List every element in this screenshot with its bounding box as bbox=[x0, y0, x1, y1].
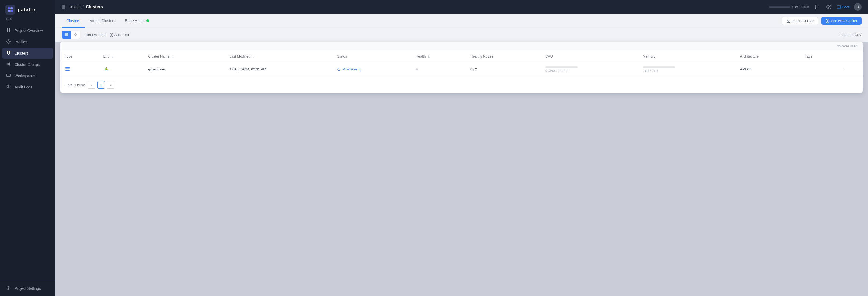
prev-page-button[interactable]: ‹ bbox=[88, 81, 95, 89]
sidebar-item-label: Project Settings bbox=[14, 286, 41, 291]
help-icon[interactable] bbox=[825, 3, 833, 11]
main-area: Default / Clusters 0.6/100kCh Docs U bbox=[55, 0, 868, 296]
svg-rect-44 bbox=[74, 35, 75, 36]
cell-last-modified: 17 Apr, 2024, 02:31 PM bbox=[225, 62, 333, 77]
tab-edge-hosts[interactable]: Edge Hosts bbox=[120, 14, 154, 28]
cell-env bbox=[99, 62, 144, 77]
workspaces-icon bbox=[6, 73, 11, 79]
svg-point-31 bbox=[829, 8, 829, 9]
col-env[interactable]: Env ⇅ bbox=[99, 51, 144, 62]
sidebar-item-label: Profiles bbox=[14, 40, 27, 44]
tabs: Clusters Virtual Clusters Edge Hosts bbox=[62, 14, 154, 28]
col-healthy-nodes: Healthy Nodes bbox=[466, 51, 541, 62]
docs-link[interactable]: Docs bbox=[837, 5, 850, 9]
svg-rect-10 bbox=[7, 51, 8, 52]
export-csv-button[interactable]: Export to CSV bbox=[839, 33, 862, 37]
architecture-value: AMD64 bbox=[740, 67, 752, 71]
sidebar-item-project-overview[interactable]: Project Overview bbox=[2, 25, 53, 36]
row-chevron-icon[interactable]: › bbox=[843, 67, 844, 71]
chat-icon[interactable] bbox=[813, 3, 821, 11]
export-csv-label: Export to CSV bbox=[839, 33, 862, 37]
svg-point-16 bbox=[9, 62, 10, 64]
cell-architecture: AMD64 bbox=[736, 62, 801, 77]
cell-healthy-nodes: 0 / 2 bbox=[466, 62, 541, 77]
filter-bar: Filter by: none Add Filter Export to CSV bbox=[55, 28, 868, 42]
col-architecture: Architecture bbox=[736, 51, 801, 62]
status-provisioning: Provisioning bbox=[337, 67, 407, 71]
breadcrumb: Default / Clusters bbox=[62, 5, 103, 9]
content-area: Clusters Virtual Clusters Edge Hosts Imp… bbox=[55, 14, 868, 296]
svg-rect-7 bbox=[9, 30, 10, 32]
add-filter-button[interactable]: Add Filter bbox=[110, 33, 129, 37]
svg-rect-13 bbox=[9, 53, 10, 54]
tab-bar: Clusters Virtual Clusters Edge Hosts Imp… bbox=[55, 14, 868, 28]
filter-tag: Filter by: none bbox=[84, 33, 106, 37]
sidebar-item-label: Audit Logs bbox=[14, 85, 32, 89]
header-right: 0.6/100kCh Docs U bbox=[769, 3, 862, 11]
tab-edge-hosts-label: Edge Hosts bbox=[125, 19, 144, 23]
audit-logs-icon bbox=[6, 84, 11, 90]
last-modified-sort-icon: ⇅ bbox=[252, 55, 254, 58]
svg-rect-14 bbox=[8, 54, 9, 55]
svg-rect-2 bbox=[8, 10, 10, 12]
col-health[interactable]: Health ⇅ bbox=[411, 51, 466, 62]
col-type: Type bbox=[60, 51, 99, 62]
col-actions bbox=[839, 51, 863, 62]
sidebar: palette 4.3.6 Project Overview Profiles … bbox=[0, 0, 55, 296]
import-cluster-label: Import Cluster bbox=[792, 19, 814, 23]
svg-rect-6 bbox=[7, 30, 8, 32]
tab-virtual-clusters[interactable]: Virtual Clusters bbox=[85, 14, 120, 28]
tab-actions: Import Cluster Add New Cluster bbox=[782, 17, 862, 25]
sidebar-item-audit-logs[interactable]: Audit Logs bbox=[2, 82, 53, 92]
filter-by-value: none bbox=[99, 33, 106, 37]
sidebar-item-workspaces[interactable]: Workspaces bbox=[2, 70, 53, 81]
col-last-modified[interactable]: Last Modified ⇅ bbox=[225, 51, 333, 62]
svg-rect-43 bbox=[76, 33, 77, 34]
status-value: Provisioning bbox=[342, 67, 362, 71]
gcp-env-icon bbox=[103, 66, 110, 72]
sidebar-item-project-settings[interactable]: Project Settings bbox=[2, 283, 53, 294]
sidebar-item-label: Cluster Groups bbox=[14, 62, 40, 67]
edge-hosts-badge bbox=[147, 19, 149, 22]
table-header: Type Env ⇅ Cluster Name ⇅ Last Modified bbox=[60, 51, 863, 62]
cell-cluster-name: gcp-cluster bbox=[144, 62, 225, 77]
profiles-icon bbox=[6, 39, 11, 45]
cluster-name-sort-icon: ⇅ bbox=[172, 55, 174, 58]
user-avatar[interactable]: U bbox=[854, 3, 862, 11]
svg-point-9 bbox=[8, 40, 9, 42]
page-1-button[interactable]: 1 bbox=[97, 81, 105, 89]
mem-label: 0 Gb / 0 Gb bbox=[643, 69, 732, 72]
list-view-button[interactable] bbox=[62, 31, 71, 39]
cell-memory: 0 Gb / 0 Gb bbox=[639, 62, 736, 77]
cell-row-action[interactable]: › bbox=[839, 62, 863, 77]
cell-health bbox=[411, 62, 466, 77]
table-body: gcp-cluster 17 Apr, 2024, 02:31 PM Provi… bbox=[60, 62, 863, 77]
next-page-button[interactable]: › bbox=[107, 81, 115, 89]
overview-icon bbox=[6, 28, 11, 33]
import-cluster-button[interactable]: Import Cluster bbox=[782, 17, 818, 25]
svg-rect-29 bbox=[64, 7, 65, 9]
svg-point-17 bbox=[9, 64, 10, 66]
cell-cpu: 0 CPUs / 0 CPUs bbox=[541, 62, 638, 77]
logo-area: palette bbox=[0, 0, 55, 17]
table-row[interactable]: gcp-cluster 17 Apr, 2024, 02:31 PM Provi… bbox=[60, 62, 863, 77]
cell-status: Provisioning bbox=[333, 62, 411, 77]
grid-view-button[interactable] bbox=[71, 31, 80, 39]
svg-rect-20 bbox=[7, 74, 10, 77]
sidebar-item-cluster-groups[interactable]: Cluster Groups bbox=[2, 59, 53, 70]
logo-icon bbox=[5, 5, 15, 14]
total-items-label: Total 1 items bbox=[66, 83, 86, 87]
usage-text: 0.6/100kCh bbox=[793, 5, 809, 9]
svg-rect-27 bbox=[64, 5, 65, 7]
svg-rect-5 bbox=[9, 28, 10, 30]
svg-point-15 bbox=[7, 63, 8, 65]
sidebar-item-clusters[interactable]: Clusters bbox=[2, 48, 53, 59]
cell-tags bbox=[801, 62, 839, 77]
svg-point-8 bbox=[7, 39, 10, 43]
tab-clusters[interactable]: Clusters bbox=[62, 14, 85, 28]
svg-rect-42 bbox=[74, 33, 75, 34]
sidebar-item-profiles[interactable]: Profiles bbox=[2, 36, 53, 47]
svg-rect-26 bbox=[62, 5, 63, 7]
add-new-cluster-button[interactable]: Add New Cluster bbox=[821, 17, 862, 25]
col-cluster-name[interactable]: Cluster Name ⇅ bbox=[144, 51, 225, 62]
